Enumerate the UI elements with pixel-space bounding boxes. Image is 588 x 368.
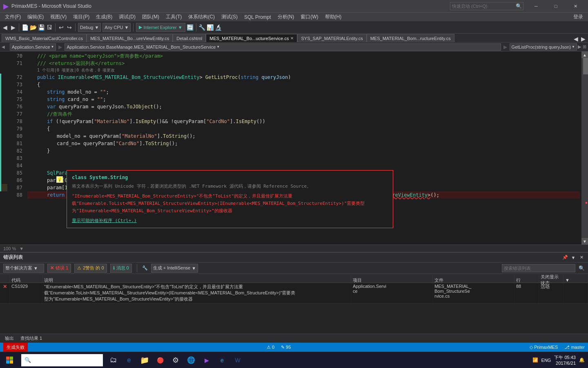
back-button[interactable]: ◀ bbox=[2, 24, 8, 31]
close-button[interactable]: ✕ bbox=[566, 0, 585, 12]
toolbar: ◀ ▶ 📄 📂 💾 🖫 ↩ ↪ Debug ▼ Any CPU ▼ ▶ Inte… bbox=[0, 21, 588, 34]
error-row-suppress: 活动 bbox=[539, 283, 564, 303]
scroll-up-button[interactable]: ▲ bbox=[581, 52, 588, 58]
zoom-control[interactable]: ▼ bbox=[19, 246, 24, 251]
debug-mode-dropdown[interactable]: Debug ▼ bbox=[78, 23, 101, 32]
branch-name[interactable]: ⎇ master bbox=[564, 345, 585, 350]
error-search-input[interactable] bbox=[502, 264, 575, 272]
save-icon[interactable]: 💾 bbox=[38, 24, 45, 31]
git-branch[interactable]: ◇ PrimaxMES bbox=[530, 345, 558, 350]
tool1-icon[interactable]: 🔧 bbox=[199, 24, 205, 31]
search-errors-icon[interactable]: 🔍 bbox=[579, 265, 585, 271]
menu-window[interactable]: 窗口(W) bbox=[297, 13, 321, 22]
dropdown-button[interactable]: ▼ bbox=[570, 254, 577, 261]
menu-help[interactable]: 帮助(H) bbox=[322, 13, 345, 22]
taskbar-settings[interactable]: ⚙ bbox=[168, 352, 183, 368]
taskbar-edge[interactable]: e bbox=[122, 352, 136, 368]
tab-bom-entity[interactable]: MES_MATERIAL_Bom...ructureEntity.cs bbox=[367, 34, 454, 42]
tab-find-results[interactable]: 查找结果 1 bbox=[19, 334, 44, 342]
save-all-icon[interactable]: 🖫 bbox=[46, 24, 53, 31]
menu-analyze[interactable]: 分析(N) bbox=[274, 13, 298, 22]
location-dropdown[interactable]: Application.Service ▼ bbox=[10, 43, 56, 51]
menu-sqlprompt[interactable]: SQL Prompt bbox=[241, 13, 274, 22]
tab-sap-entity[interactable]: SYS_SAP_MATERIALEntity.cs bbox=[297, 34, 366, 42]
taskbar-folder[interactable]: 📁 bbox=[137, 352, 152, 368]
scrollbar[interactable]: ▲ ▼ bbox=[581, 52, 588, 245]
menu-view[interactable]: 视图(V) bbox=[47, 13, 70, 22]
error-row-file: MES_MATERIAL_ Bom_StructureSe rvice.cs bbox=[433, 283, 514, 303]
scope-dropdown[interactable]: 整个解决方案 ▼ bbox=[3, 264, 44, 273]
close-panel-button[interactable]: ✕ bbox=[578, 254, 585, 261]
tab-output[interactable]: 输出 bbox=[3, 334, 16, 342]
undo-icon[interactable]: ↩ bbox=[58, 24, 65, 31]
clock-time: 下午 05:43 bbox=[554, 355, 576, 361]
code-editor[interactable]: /// <param name="queryJson">查询参数</param>… bbox=[26, 52, 581, 245]
tool3-icon[interactable]: 🔬 bbox=[215, 24, 222, 31]
quick-launch-input[interactable] bbox=[450, 2, 523, 10]
tab-view-entity[interactable]: MES_MATERIAL_Bo...ureViewEntity.cs bbox=[87, 34, 173, 42]
tab-scroll-right[interactable]: ▶ bbox=[580, 36, 586, 42]
pin-button[interactable]: 📌 bbox=[562, 254, 568, 261]
clock-date: 2017/6/21 bbox=[556, 361, 576, 366]
error-panel-controls: 📌 ▼ ✕ bbox=[562, 254, 585, 261]
login-button[interactable]: 登录 bbox=[570, 13, 586, 20]
build-filter[interactable]: 生成 + IntelliSense ▼ bbox=[151, 264, 198, 273]
toolbar-sep-2 bbox=[55, 23, 56, 31]
taskbar-vs[interactable]: ▶ bbox=[199, 352, 214, 368]
right-margin-toggle[interactable]: ▶ bbox=[578, 44, 581, 49]
menu-debug[interactable]: 调试(D) bbox=[116, 13, 139, 22]
error-panel: 错误列表 📌 ▼ ✕ 整个解决方案 ▼ ✕ 错误 1 ⚠ 2警告 的 0 ℹ 消… bbox=[0, 252, 588, 334]
tab-close-button[interactable]: ✕ bbox=[290, 36, 294, 40]
title-bar-controls: 🔍 ─ □ ✕ bbox=[450, 0, 585, 12]
menu-build[interactable]: 生成(B) bbox=[93, 13, 116, 22]
lightbulb-indicator[interactable]: 💡 bbox=[56, 176, 63, 183]
taskbar-search[interactable]: 🔍 bbox=[21, 354, 103, 366]
tab-wms-controller[interactable]: WMS_Basic_MaterialCardController.cs bbox=[2, 34, 87, 42]
maximize-button[interactable]: □ bbox=[546, 0, 565, 12]
tab-scroll-left[interactable]: ◀ bbox=[572, 36, 579, 42]
taskbar-explorer[interactable]: 🗂 bbox=[106, 352, 121, 368]
menu-file[interactable]: 文件(F) bbox=[2, 13, 24, 22]
tab-label: SYS_SAP_MATERIALEntity.cs bbox=[301, 36, 363, 41]
forward-button[interactable]: ▶ bbox=[10, 24, 16, 31]
tab-detail[interactable]: Detail.cshtml bbox=[173, 34, 206, 42]
open-icon[interactable]: 📂 bbox=[30, 24, 36, 31]
refresh-icon[interactable]: 🔄 bbox=[187, 24, 194, 31]
tool2-icon[interactable]: 📊 bbox=[207, 24, 214, 31]
breadcrumb-dropdown[interactable]: Application.Service.BaseManage.MES_MATER… bbox=[65, 43, 501, 51]
error-row-1[interactable]: ✕ CS1929 "IEnumerable<MES_MATERIAL_Bom_S… bbox=[0, 283, 588, 303]
left-margin-toggle[interactable]: ◀ bbox=[2, 45, 8, 49]
fix-link[interactable]: 显示可能的修补程序 (Ctrl+.) bbox=[72, 217, 388, 224]
taskbar-word[interactable]: W bbox=[230, 352, 245, 368]
taskbar-ie[interactable]: e bbox=[215, 352, 229, 368]
scroll-track[interactable] bbox=[581, 58, 588, 238]
redo-icon[interactable]: ↪ bbox=[66, 24, 73, 31]
new-project-icon[interactable]: 📄 bbox=[22, 24, 28, 31]
method-dropdown[interactable]: GetListProc(string queryJson) ▼ bbox=[510, 43, 577, 51]
menu-project[interactable]: 项目(P) bbox=[70, 13, 93, 22]
vs-logo: ▶ bbox=[3, 2, 8, 10]
start-button[interactable]: ▶ Internet Explorer ▼ bbox=[136, 23, 185, 32]
start-button[interactable] bbox=[0, 352, 20, 368]
taskbar-app4[interactable]: 🔴 bbox=[153, 352, 167, 368]
tab-structure-service[interactable]: MES_MATERIAL_Bo...uctureService.cs ✕ bbox=[206, 34, 297, 42]
platform-dropdown[interactable]: Any CPU ▼ bbox=[102, 23, 131, 32]
menu-arch[interactable]: 体系结构(C) bbox=[185, 13, 218, 22]
menu-tools[interactable]: 工具(T) bbox=[163, 13, 185, 22]
scroll-down-button[interactable]: ▼ bbox=[581, 238, 588, 245]
notification-icon[interactable]: 🔔 bbox=[579, 357, 585, 363]
code-line-77: //查询条件 bbox=[27, 110, 580, 118]
split-button[interactable]: ⊞ bbox=[583, 44, 586, 49]
error-filter[interactable]: ✕ 错误 1 bbox=[47, 264, 71, 273]
scroll-thumb[interactable] bbox=[583, 58, 588, 74]
minimize-button[interactable]: ─ bbox=[527, 0, 546, 12]
menu-test[interactable]: 测试(S) bbox=[218, 13, 241, 22]
warning-filter[interactable]: ⚠ 2警告 的 0 bbox=[74, 264, 107, 273]
error-table-header: 代码 说明 项目 文件 行 关闭显示状态 ▼ bbox=[0, 274, 588, 283]
taskbar-chrome[interactable]: 🌐 bbox=[184, 352, 198, 368]
menu-edit[interactable]: 编辑(E) bbox=[24, 13, 47, 22]
info-filter[interactable]: ℹ 消息 0 bbox=[110, 264, 132, 273]
menu-team[interactable]: 团队(M) bbox=[139, 13, 163, 22]
error-tooltip: class System.String 将文本表示为一系列 Unicode 字符… bbox=[67, 170, 393, 228]
editor-wrapper: 70 71 72 73 74 75 76 77 78 79 80 81 82 8… bbox=[0, 52, 588, 252]
